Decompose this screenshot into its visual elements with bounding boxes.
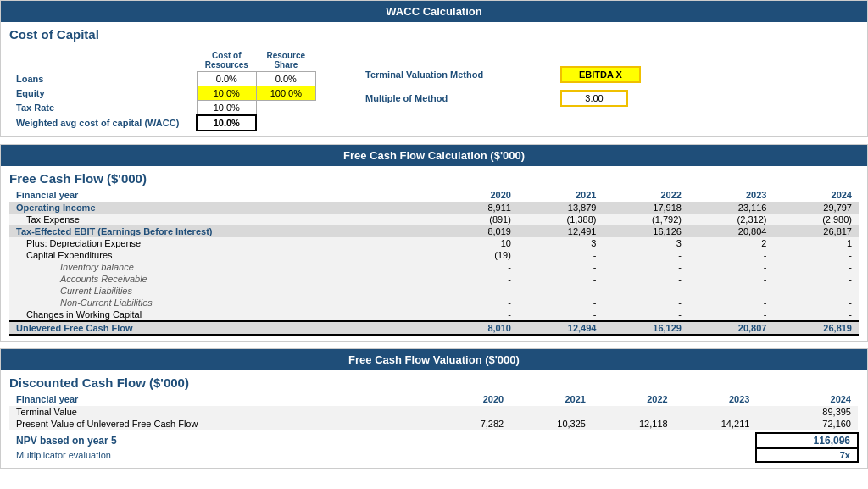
- fcf-row-current-liabilities: Current Liabilities - - - - -: [9, 285, 859, 297]
- coc-row-loans: Loans 0.0% 0.0%: [9, 72, 315, 86]
- label-operating-income: Operating Income: [9, 202, 445, 214]
- label-mult: Multiplicator evaluation: [9, 448, 438, 462]
- label-tax-expense: Tax Expense: [9, 214, 445, 225]
- val-year-2020: 2020: [438, 392, 510, 406]
- terminal-valuation-row: Terminal Valuation Method EBITDA X: [365, 66, 641, 83]
- val-row-terminal-value: Terminal Value 89,395: [9, 406, 858, 418]
- fcf-row-accounts-receivable: Accounts Receivable - - - - -: [9, 273, 859, 285]
- fcf-year-2021: 2021: [518, 188, 604, 202]
- multiple-method-row: Multiple of Method 3.00: [365, 90, 641, 107]
- val-row-pv-fcf: Present Value of Unlevered Free Cash Flo…: [9, 418, 858, 430]
- npv-value: 116,096: [756, 433, 858, 448]
- val-section: Free Cash Flow Valuation ($'000) Discoun…: [0, 348, 868, 469]
- val-year-2022: 2022: [593, 392, 675, 406]
- wacc-header: WACC Calculation: [1, 1, 867, 22]
- val-title: Discounted Cash Flow ($'000): [1, 370, 867, 392]
- fcf-table: Financial year 2020 2021 2022 2023 2024 …: [9, 188, 859, 336]
- cost-of-capital-content: Cost ofResources ResourceShare Loans 0.0…: [1, 44, 867, 136]
- fcf-year-2024: 2024: [773, 188, 859, 202]
- fcf-section: Free Cash Flow Calculation ($'000) Free …: [0, 144, 868, 342]
- fcf-row-inventory: Inventory balance - - - - -: [9, 261, 859, 273]
- fcf-year-2020: 2020: [445, 188, 518, 202]
- fcf-year-2023: 2023: [688, 188, 774, 202]
- val-year-2023: 2023: [675, 392, 757, 406]
- coc-right: Terminal Valuation Method EBITDA X Multi…: [365, 49, 641, 131]
- val-row-npv: NPV based on year 5 116,096: [9, 433, 858, 448]
- val-header: Free Cash Flow Valuation ($'000): [1, 349, 867, 370]
- label-tax-effected-ebit: Tax-Effected EBIT (Earnings Before Inter…: [9, 225, 445, 237]
- wacc-section: WACC Calculation Cost of Capital Cost of…: [0, 0, 868, 137]
- fcf-year-label: Financial year: [9, 188, 445, 202]
- coc-row-wacc: Weighted avg cost of capital (WACC) 10.0…: [9, 115, 315, 131]
- fcf-row-capex: Capital Expenditures (19) - - - -: [9, 249, 859, 261]
- terminal-valuation-label: Terminal Valuation Method: [365, 69, 535, 80]
- val-table-wrapper: Financial year 2020 2021 2022 2023 2024 …: [1, 392, 867, 468]
- label-inventory: Inventory balance: [9, 261, 445, 273]
- label-depreciation: Plus: Depreciation Expense: [9, 237, 445, 249]
- fcf-row-non-current-liabilities: Non-Current Liabilities - - - - -: [9, 297, 859, 308]
- fcf-row-operating-income: Operating Income 8,911 13,879 17,918 23,…: [9, 202, 859, 214]
- fcf-row-tax-expense: Tax Expense (891) (1,388) (1,792) (2,312…: [9, 214, 859, 225]
- val-row-mult: Multiplicator evaluation 7x: [9, 448, 858, 462]
- fcf-title: Free Cash Flow ($'000): [1, 166, 867, 188]
- coc-left: Cost ofResources ResourceShare Loans 0.0…: [9, 49, 331, 131]
- fcf-year-2022: 2022: [603, 188, 688, 202]
- label-non-current-liabilities: Non-Current Liabilities: [9, 297, 445, 308]
- fcf-table-wrapper: Financial year 2020 2021 2022 2023 2024 …: [1, 188, 867, 341]
- cost-of-capital-title: Cost of Capital: [1, 22, 867, 44]
- mult-value: 7x: [756, 448, 858, 462]
- label-working-capital: Changes in Working Capital: [9, 308, 445, 321]
- label-capex: Capital Expenditures: [9, 249, 445, 261]
- terminal-valuation-value: EBITDA X: [560, 66, 641, 83]
- col-cost-resources: Cost ofResources: [197, 49, 256, 72]
- fcf-row-depreciation: Plus: Depreciation Expense 10 3 3 2 1: [9, 237, 859, 249]
- label-npv: NPV based on year 5: [9, 433, 438, 448]
- multiple-method-value: 3.00: [560, 90, 628, 107]
- val-table: Financial year 2020 2021 2022 2023 2024 …: [9, 392, 859, 463]
- val-year-label: Financial year: [9, 392, 438, 406]
- coc-row-tax: Tax Rate 10.0%: [9, 101, 315, 116]
- val-year-2021: 2021: [510, 392, 593, 406]
- val-header-row: Financial year 2020 2021 2022 2023 2024: [9, 392, 858, 406]
- label-unlevered-fcf: Unlevered Free Cash Flow: [9, 321, 445, 335]
- fcf-row-tax-effected-ebit: Tax-Effected EBIT (Earnings Before Inter…: [9, 225, 859, 237]
- multiple-method-label: Multiple of Method: [365, 93, 535, 103]
- label-terminal-value: Terminal Value: [9, 406, 438, 418]
- fcf-row-unlevered-fcf: Unlevered Free Cash Flow 8,010 12,494 16…: [9, 321, 859, 335]
- fcf-header: Free Cash Flow Calculation ($'000): [1, 145, 867, 166]
- fcf-row-working-capital: Changes in Working Capital - - - - -: [9, 308, 859, 321]
- label-accounts-receivable: Accounts Receivable: [9, 273, 445, 285]
- label-current-liabilities: Current Liabilities: [9, 285, 445, 297]
- coc-row-equity: Equity 10.0% 100.0%: [9, 86, 315, 101]
- fcf-header-row: Financial year 2020 2021 2022 2023 2024: [9, 188, 859, 202]
- val-year-2024: 2024: [756, 392, 858, 406]
- label-pv-fcf: Present Value of Unlevered Free Cash Flo…: [9, 418, 438, 430]
- col-resource-share: ResourceShare: [256, 49, 315, 72]
